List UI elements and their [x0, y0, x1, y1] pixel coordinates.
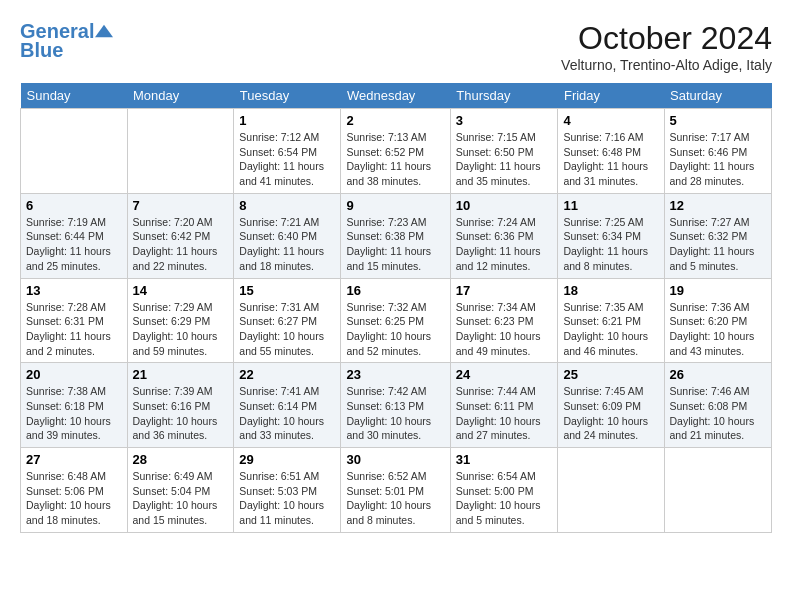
- location-subtitle: Velturno, Trentino-Alto Adige, Italy: [561, 57, 772, 73]
- calendar-cell: 21Sunrise: 7:39 AM Sunset: 6:16 PM Dayli…: [127, 363, 234, 448]
- day-info: Sunrise: 7:44 AM Sunset: 6:11 PM Dayligh…: [456, 384, 553, 443]
- day-info: Sunrise: 7:15 AM Sunset: 6:50 PM Dayligh…: [456, 130, 553, 189]
- weekday-header: Tuesday: [234, 83, 341, 109]
- day-number: 6: [26, 198, 122, 213]
- calendar-cell: 18Sunrise: 7:35 AM Sunset: 6:21 PM Dayli…: [558, 278, 664, 363]
- weekday-header: Monday: [127, 83, 234, 109]
- calendar-cell: 25Sunrise: 7:45 AM Sunset: 6:09 PM Dayli…: [558, 363, 664, 448]
- calendar-week-row: 6Sunrise: 7:19 AM Sunset: 6:44 PM Daylig…: [21, 193, 772, 278]
- day-number: 24: [456, 367, 553, 382]
- weekday-header: Friday: [558, 83, 664, 109]
- calendar-cell: 22Sunrise: 7:41 AM Sunset: 6:14 PM Dayli…: [234, 363, 341, 448]
- day-info: Sunrise: 6:49 AM Sunset: 5:04 PM Dayligh…: [133, 469, 229, 528]
- day-info: Sunrise: 7:16 AM Sunset: 6:48 PM Dayligh…: [563, 130, 658, 189]
- title-block: October 2024 Velturno, Trentino-Alto Adi…: [561, 20, 772, 73]
- calendar-cell: 13Sunrise: 7:28 AM Sunset: 6:31 PM Dayli…: [21, 278, 128, 363]
- calendar-cell: 29Sunrise: 6:51 AM Sunset: 5:03 PM Dayli…: [234, 448, 341, 533]
- day-number: 28: [133, 452, 229, 467]
- weekday-header: Sunday: [21, 83, 128, 109]
- day-number: 14: [133, 283, 229, 298]
- calendar-cell: 1Sunrise: 7:12 AM Sunset: 6:54 PM Daylig…: [234, 109, 341, 194]
- logo-icon: [95, 24, 113, 38]
- calendar-cell: [558, 448, 664, 533]
- day-info: Sunrise: 7:17 AM Sunset: 6:46 PM Dayligh…: [670, 130, 767, 189]
- day-number: 1: [239, 113, 335, 128]
- day-info: Sunrise: 7:24 AM Sunset: 6:36 PM Dayligh…: [456, 215, 553, 274]
- day-number: 25: [563, 367, 658, 382]
- day-info: Sunrise: 7:45 AM Sunset: 6:09 PM Dayligh…: [563, 384, 658, 443]
- day-number: 20: [26, 367, 122, 382]
- weekday-header: Thursday: [450, 83, 558, 109]
- calendar-cell: 28Sunrise: 6:49 AM Sunset: 5:04 PM Dayli…: [127, 448, 234, 533]
- calendar-cell: 14Sunrise: 7:29 AM Sunset: 6:29 PM Dayli…: [127, 278, 234, 363]
- day-info: Sunrise: 7:13 AM Sunset: 6:52 PM Dayligh…: [346, 130, 444, 189]
- calendar-cell: 9Sunrise: 7:23 AM Sunset: 6:38 PM Daylig…: [341, 193, 450, 278]
- calendar-cell: 26Sunrise: 7:46 AM Sunset: 6:08 PM Dayli…: [664, 363, 772, 448]
- day-info: Sunrise: 7:29 AM Sunset: 6:29 PM Dayligh…: [133, 300, 229, 359]
- calendar-cell: 19Sunrise: 7:36 AM Sunset: 6:20 PM Dayli…: [664, 278, 772, 363]
- day-info: Sunrise: 6:48 AM Sunset: 5:06 PM Dayligh…: [26, 469, 122, 528]
- calendar-cell: 2Sunrise: 7:13 AM Sunset: 6:52 PM Daylig…: [341, 109, 450, 194]
- day-info: Sunrise: 7:39 AM Sunset: 6:16 PM Dayligh…: [133, 384, 229, 443]
- day-info: Sunrise: 7:41 AM Sunset: 6:14 PM Dayligh…: [239, 384, 335, 443]
- day-number: 7: [133, 198, 229, 213]
- day-number: 31: [456, 452, 553, 467]
- page-header: General Blue October 2024 Velturno, Tren…: [20, 20, 772, 73]
- weekday-header: Wednesday: [341, 83, 450, 109]
- calendar-week-row: 13Sunrise: 7:28 AM Sunset: 6:31 PM Dayli…: [21, 278, 772, 363]
- calendar-week-row: 20Sunrise: 7:38 AM Sunset: 6:18 PM Dayli…: [21, 363, 772, 448]
- calendar-cell: 23Sunrise: 7:42 AM Sunset: 6:13 PM Dayli…: [341, 363, 450, 448]
- day-number: 13: [26, 283, 122, 298]
- calendar-cell: 3Sunrise: 7:15 AM Sunset: 6:50 PM Daylig…: [450, 109, 558, 194]
- day-number: 21: [133, 367, 229, 382]
- calendar-cell: 24Sunrise: 7:44 AM Sunset: 6:11 PM Dayli…: [450, 363, 558, 448]
- day-number: 8: [239, 198, 335, 213]
- calendar-cell: 4Sunrise: 7:16 AM Sunset: 6:48 PM Daylig…: [558, 109, 664, 194]
- day-info: Sunrise: 7:20 AM Sunset: 6:42 PM Dayligh…: [133, 215, 229, 274]
- logo-blue: Blue: [20, 39, 113, 62]
- day-number: 4: [563, 113, 658, 128]
- day-info: Sunrise: 7:27 AM Sunset: 6:32 PM Dayligh…: [670, 215, 767, 274]
- calendar-week-row: 27Sunrise: 6:48 AM Sunset: 5:06 PM Dayli…: [21, 448, 772, 533]
- day-info: Sunrise: 7:42 AM Sunset: 6:13 PM Dayligh…: [346, 384, 444, 443]
- calendar-cell: 15Sunrise: 7:31 AM Sunset: 6:27 PM Dayli…: [234, 278, 341, 363]
- calendar-header-row: SundayMondayTuesdayWednesdayThursdayFrid…: [21, 83, 772, 109]
- calendar-cell: 7Sunrise: 7:20 AM Sunset: 6:42 PM Daylig…: [127, 193, 234, 278]
- day-info: Sunrise: 7:21 AM Sunset: 6:40 PM Dayligh…: [239, 215, 335, 274]
- day-info: Sunrise: 7:38 AM Sunset: 6:18 PM Dayligh…: [26, 384, 122, 443]
- day-info: Sunrise: 7:23 AM Sunset: 6:38 PM Dayligh…: [346, 215, 444, 274]
- day-info: Sunrise: 6:54 AM Sunset: 5:00 PM Dayligh…: [456, 469, 553, 528]
- day-number: 5: [670, 113, 767, 128]
- day-number: 16: [346, 283, 444, 298]
- day-info: Sunrise: 7:31 AM Sunset: 6:27 PM Dayligh…: [239, 300, 335, 359]
- day-number: 2: [346, 113, 444, 128]
- calendar-cell: [21, 109, 128, 194]
- day-number: 26: [670, 367, 767, 382]
- day-info: Sunrise: 7:28 AM Sunset: 6:31 PM Dayligh…: [26, 300, 122, 359]
- day-info: Sunrise: 7:34 AM Sunset: 6:23 PM Dayligh…: [456, 300, 553, 359]
- day-number: 22: [239, 367, 335, 382]
- calendar-cell: 10Sunrise: 7:24 AM Sunset: 6:36 PM Dayli…: [450, 193, 558, 278]
- calendar-week-row: 1Sunrise: 7:12 AM Sunset: 6:54 PM Daylig…: [21, 109, 772, 194]
- day-number: 30: [346, 452, 444, 467]
- day-info: Sunrise: 7:25 AM Sunset: 6:34 PM Dayligh…: [563, 215, 658, 274]
- day-info: Sunrise: 7:46 AM Sunset: 6:08 PM Dayligh…: [670, 384, 767, 443]
- calendar-cell: 30Sunrise: 6:52 AM Sunset: 5:01 PM Dayli…: [341, 448, 450, 533]
- calendar-cell: 16Sunrise: 7:32 AM Sunset: 6:25 PM Dayli…: [341, 278, 450, 363]
- day-number: 18: [563, 283, 658, 298]
- calendar-cell: 6Sunrise: 7:19 AM Sunset: 6:44 PM Daylig…: [21, 193, 128, 278]
- calendar-cell: 5Sunrise: 7:17 AM Sunset: 6:46 PM Daylig…: [664, 109, 772, 194]
- day-info: Sunrise: 7:32 AM Sunset: 6:25 PM Dayligh…: [346, 300, 444, 359]
- day-number: 15: [239, 283, 335, 298]
- calendar-cell: [664, 448, 772, 533]
- weekday-header: Saturday: [664, 83, 772, 109]
- calendar-cell: [127, 109, 234, 194]
- day-info: Sunrise: 6:52 AM Sunset: 5:01 PM Dayligh…: [346, 469, 444, 528]
- logo: General Blue: [20, 20, 113, 62]
- calendar-cell: 31Sunrise: 6:54 AM Sunset: 5:00 PM Dayli…: [450, 448, 558, 533]
- day-number: 3: [456, 113, 553, 128]
- calendar-cell: 20Sunrise: 7:38 AM Sunset: 6:18 PM Dayli…: [21, 363, 128, 448]
- calendar-cell: 12Sunrise: 7:27 AM Sunset: 6:32 PM Dayli…: [664, 193, 772, 278]
- day-number: 11: [563, 198, 658, 213]
- calendar-table: SundayMondayTuesdayWednesdayThursdayFrid…: [20, 83, 772, 533]
